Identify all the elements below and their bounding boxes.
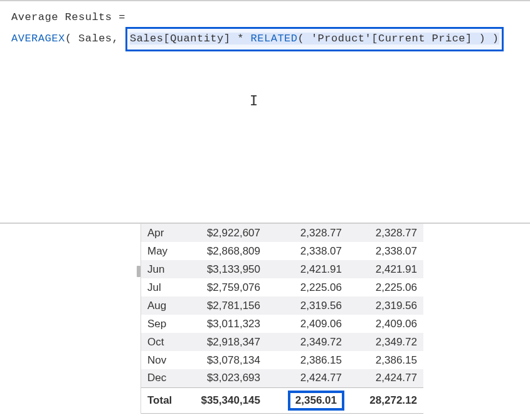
cell-amount: $3,023,693	[186, 369, 267, 387]
cell-amount: $3,078,134	[186, 351, 267, 369]
table-row[interactable]: Jun$3,133,9502,421.912,421.91	[141, 260, 423, 278]
cell-avg2: 2,409.06	[348, 315, 423, 333]
cell-amount: $3,133,950	[186, 260, 267, 278]
table-row[interactable]: Sep$3,011,3232,409.062,409.06	[141, 315, 423, 333]
table-row[interactable]: Oct$2,918,3472,349.722,349.72	[141, 333, 423, 351]
cell-avg2: 2,421.91	[348, 260, 423, 278]
cell-amount: $2,868,809	[186, 242, 267, 260]
total-label: Total	[141, 387, 186, 413]
total-amount: $35,340,145	[186, 387, 267, 413]
cell-month: Nov	[141, 351, 186, 369]
cell-avg1: 2,328.77	[267, 224, 348, 242]
cell-avg1: 2,386.15	[267, 351, 348, 369]
fn-args-open: ( Sales,	[65, 33, 125, 45]
cell-month: Jun	[141, 260, 186, 278]
cell-avg2: 2,319.56	[348, 297, 423, 315]
formula-bar[interactable]: Average Results = AVERAGEX( Sales, Sales…	[0, 0, 530, 223]
cell-avg1: 2,409.06	[267, 315, 348, 333]
cell-amount: $2,781,156	[186, 297, 267, 315]
table-row[interactable]: Dec$3,023,6932,424.772,424.77	[141, 369, 423, 387]
cell-avg1: 2,349.72	[267, 333, 348, 351]
cell-avg1: 2,421.91	[267, 260, 348, 278]
cell-month: Aug	[141, 297, 186, 315]
total-avg2: 28,272.12	[348, 387, 423, 413]
cell-amount: $2,918,347	[186, 333, 267, 351]
measure-name: Average Results	[11, 11, 112, 23]
table-row[interactable]: Jul$2,759,0762,225.062,225.06	[141, 278, 423, 297]
cell-avg1: 2,319.56	[267, 297, 348, 315]
highlighted-total-value: 2,356.01	[288, 391, 344, 411]
fn-averagex: AVERAGEX	[11, 33, 65, 45]
table-row[interactable]: Nov$3,078,1342,386.152,386.15	[141, 351, 423, 369]
cell-avg2: 2,338.07	[348, 242, 423, 260]
table-row[interactable]: Apr$2,922,6072,328.772,328.77	[141, 224, 423, 242]
selection-segment-1: Sales[Quantity] *	[130, 33, 251, 45]
table-row[interactable]: Aug$2,781,1562,319.562,319.56	[141, 297, 423, 315]
formula-selection-highlight: Sales[Quantity] * RELATED( 'Product'[Cur…	[125, 27, 504, 51]
results-table: Apr$2,922,6072,328.772,328.77May$2,868,8…	[140, 224, 423, 414]
cell-avg2: 2,225.06	[348, 278, 423, 297]
cell-month: Apr	[141, 224, 186, 242]
cell-avg1: 2,338.07	[267, 242, 348, 260]
text-cursor-icon: I	[250, 89, 258, 112]
cell-avg1: 2,225.06	[267, 278, 348, 297]
selection-segment-2: ( 'Product'[Current Price] ) )	[298, 33, 499, 45]
formula-line-1: Average Results =	[11, 9, 519, 27]
cell-month: Sep	[141, 315, 186, 333]
cell-avg1: 2,424.77	[267, 369, 348, 387]
table-row[interactable]: May$2,868,8092,338.072,338.07	[141, 242, 423, 260]
table-total-row: Total $35,340,145 2,356.01 28,272.12	[141, 387, 423, 413]
fn-related: RELATED	[251, 33, 298, 45]
cell-avg2: 2,328.77	[348, 224, 423, 242]
cell-amount: $3,011,323	[186, 315, 267, 333]
cell-month: May	[141, 242, 186, 260]
cell-month: Oct	[141, 333, 186, 351]
cell-amount: $2,759,076	[186, 278, 267, 297]
cell-month: Jul	[141, 278, 186, 297]
formula-line-2: AVERAGEX( Sales, Sales[Quantity] * RELAT…	[11, 27, 519, 51]
cell-avg2: 2,386.15	[348, 351, 423, 369]
equals-sign: =	[112, 11, 125, 23]
cell-avg2: 2,424.77	[348, 369, 423, 387]
cell-avg2: 2,349.72	[348, 333, 423, 351]
cell-amount: $2,922,607	[186, 224, 267, 242]
total-avg1-cell: 2,356.01	[267, 387, 348, 413]
cell-month: Dec	[141, 369, 186, 387]
